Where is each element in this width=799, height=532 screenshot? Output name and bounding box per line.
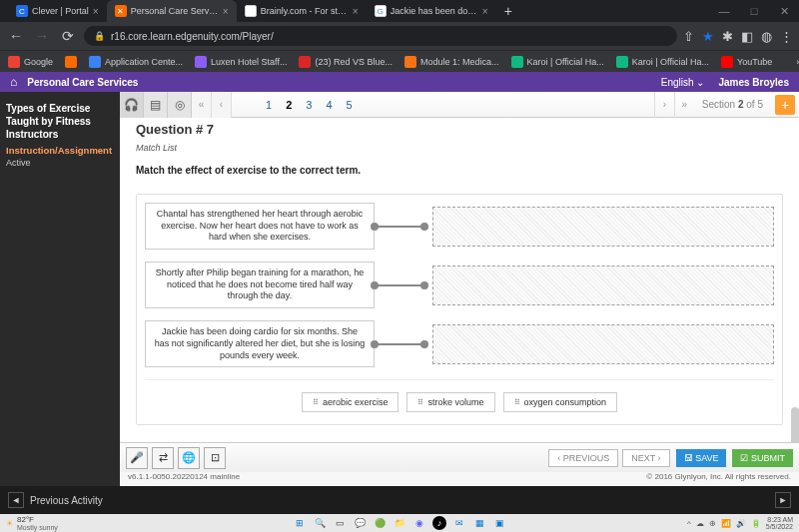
browser-tab[interactable]: G Jackie has been doing cardio f ×: [367, 0, 496, 22]
favicon-icon: ✕: [115, 5, 127, 17]
bookmark-item[interactable]: Module 1: Medica...: [404, 56, 499, 68]
submit-button[interactable]: ☑ SUBMIT: [732, 449, 793, 467]
mail-icon[interactable]: ✉: [452, 516, 466, 530]
save-button[interactable]: 🖫 SAVE: [676, 449, 727, 467]
chrome-icon[interactable]: 🟢: [373, 516, 387, 530]
share-icon[interactable]: ⇧: [683, 29, 694, 44]
nav-last-button[interactable]: »: [674, 92, 694, 118]
bookmark-item[interactable]: Google: [8, 56, 53, 68]
window-close[interactable]: ✕: [769, 5, 799, 18]
page-numbers: 1 2 3 4 5: [262, 97, 357, 113]
sidepanel-icon[interactable]: ◧: [741, 29, 753, 44]
reload-button[interactable]: ⟳: [58, 26, 78, 46]
forward-button[interactable]: →: [32, 26, 52, 46]
page-link-current[interactable]: 2: [282, 97, 296, 113]
next-activity-arrow[interactable]: ►: [775, 492, 791, 508]
bookmark-item[interactable]: Karoi | Official Ha...: [616, 56, 709, 68]
window-minimize[interactable]: —: [709, 5, 739, 17]
scrollbar-thumb[interactable]: [791, 407, 799, 442]
bookmark-icon: [721, 56, 733, 68]
search-icon[interactable]: 🔍: [313, 516, 327, 530]
system-tray[interactable]: ^ ☁ ⊕ 📶 🔊 🔋 8:23 AM 5/5/2022: [687, 516, 793, 530]
language-label: English: [661, 77, 694, 88]
question-instruction: Match the effect of exercise to the corr…: [136, 165, 783, 176]
fullscreen-button[interactable]: ⊡: [204, 447, 226, 469]
drop-target[interactable]: [432, 207, 774, 247]
nav-prev-button[interactable]: ‹: [212, 92, 232, 118]
home-icon[interactable]: ⌂: [10, 75, 17, 89]
clock[interactable]: 8:23 AM 5/5/2022: [766, 516, 793, 530]
globe-button[interactable]: 🌐: [178, 447, 200, 469]
discord-icon[interactable]: ◉: [412, 516, 426, 530]
close-icon[interactable]: ×: [353, 6, 359, 17]
connector-line: [375, 342, 424, 346]
drop-target[interactable]: [432, 324, 774, 364]
translate-button[interactable]: ⇄: [152, 447, 174, 469]
tiktok-icon[interactable]: ♪: [432, 516, 446, 530]
tray-chevron-icon[interactable]: ^: [687, 519, 691, 528]
close-icon[interactable]: ×: [223, 6, 229, 17]
mic-button[interactable]: 🎤: [126, 447, 148, 469]
bookmark-item[interactable]: Application Cente...: [89, 56, 183, 68]
wifi-icon[interactable]: 📶: [721, 519, 731, 528]
audio-button[interactable]: 🎧: [120, 92, 144, 118]
prompt-box: Shortly after Philip began training for …: [145, 262, 375, 308]
bookmark-item[interactable]: YouTube: [721, 56, 772, 68]
next-button[interactable]: NEXT ›: [622, 449, 669, 467]
profile-avatar-icon[interactable]: ◍: [761, 29, 772, 44]
user-name[interactable]: James Broyles: [718, 77, 789, 88]
back-button[interactable]: ←: [6, 26, 26, 46]
prev-activity-label[interactable]: Previous Activity: [30, 495, 103, 506]
add-button[interactable]: +: [775, 95, 795, 115]
explorer-icon[interactable]: 📁: [393, 516, 406, 530]
battery-icon[interactable]: 🔋: [751, 519, 761, 528]
chat-icon[interactable]: 💬: [353, 516, 367, 530]
bookmark-item[interactable]: Luxen Hotel Staff...: [195, 56, 287, 68]
new-tab-button[interactable]: +: [496, 3, 520, 19]
close-icon[interactable]: ×: [93, 6, 99, 17]
sidebar: Types of Exercise Taught by Fitness Inst…: [0, 92, 120, 486]
answer-chip[interactable]: ⠿oxygen consumption: [503, 392, 618, 412]
bookmark-item[interactable]: (23) Red VS Blue...: [299, 56, 393, 68]
volume-icon[interactable]: 🔊: [736, 519, 746, 528]
window-maximize[interactable]: □: [739, 5, 769, 17]
page-link[interactable]: 5: [343, 97, 357, 113]
menu-icon[interactable]: ⋮: [780, 29, 793, 44]
onedrive-icon[interactable]: ☁: [696, 519, 704, 528]
outline-button[interactable]: ▤: [144, 92, 168, 118]
nav-first-button[interactable]: «: [192, 92, 212, 118]
network-icon[interactable]: ⊕: [709, 519, 716, 528]
prev-activity-arrow[interactable]: ◄: [8, 492, 24, 508]
match-row: Jackie has been doing cardio for six mon…: [145, 320, 774, 367]
nav-next-button[interactable]: ›: [654, 92, 674, 118]
browser-tab[interactable]: ✕ Personal Care Services - Edgen ×: [107, 0, 237, 22]
date-text: 5/5/2022: [766, 523, 793, 530]
weather-widget[interactable]: ☀ 82°F Mostly sunny: [6, 516, 58, 531]
taskview-icon[interactable]: ▭: [333, 516, 347, 530]
tab-label: Jackie has been doing cardio f: [391, 6, 478, 16]
drop-target[interactable]: [432, 266, 774, 305]
page-link[interactable]: 3: [302, 97, 316, 113]
browser-tab[interactable]: Brainly.com - For students. By ×: [237, 0, 367, 22]
bookmark-item[interactable]: [65, 56, 77, 68]
previous-button[interactable]: ‹ PREVIOUS: [548, 449, 618, 467]
app-icon[interactable]: ▦: [472, 516, 486, 530]
answer-chip[interactable]: ⠿aerobic exercise: [302, 392, 400, 412]
close-icon[interactable]: ×: [482, 6, 488, 17]
url-input[interactable]: 🔒 r16.core.learn.edgenuity.com/Player/: [84, 26, 677, 46]
answer-chip[interactable]: ⠿stroke volume: [406, 392, 494, 412]
course-title: Personal Care Services: [27, 77, 138, 88]
app-icon[interactable]: ▣: [492, 516, 506, 530]
page-link[interactable]: 1: [262, 97, 276, 113]
target-button[interactable]: ◎: [168, 92, 192, 118]
language-selector[interactable]: English ⌄: [661, 77, 705, 88]
page-link[interactable]: 4: [322, 97, 336, 113]
extensions-icon[interactable]: ✱: [722, 29, 733, 44]
bookmark-item[interactable]: Karoi | Official Ha...: [511, 56, 604, 68]
question-panel: Question # 7 Match List Match the effect…: [120, 118, 799, 442]
start-button[interactable]: ⊞: [293, 516, 307, 530]
browser-tab[interactable]: C Clever | Portal ×: [8, 0, 107, 22]
windows-taskbar: ☀ 82°F Mostly sunny ⊞ 🔍 ▭ 💬 🟢 📁 ◉ ♪ ✉ ▦ …: [0, 514, 799, 532]
match-area: Chantal has strengthened her heart throu…: [136, 194, 783, 425]
bookmark-star-icon[interactable]: ★: [702, 29, 714, 44]
